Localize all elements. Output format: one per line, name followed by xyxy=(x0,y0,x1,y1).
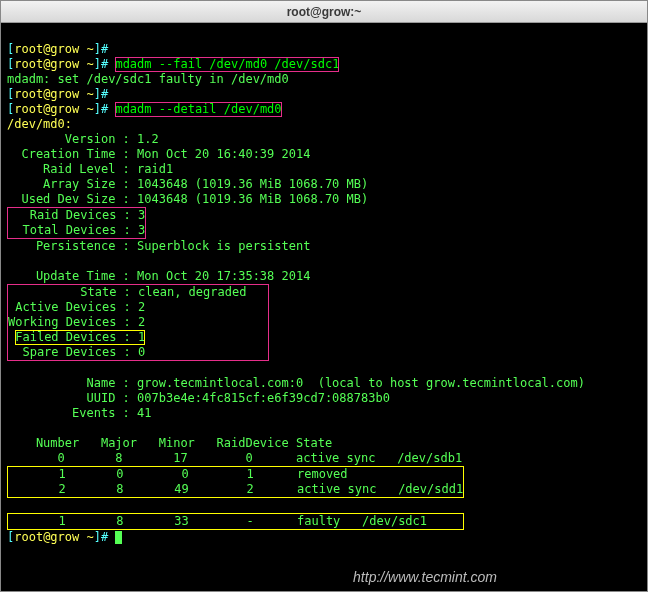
updatetime-line: Update Time : Mon Oct 20 17:35:38 2014 xyxy=(7,269,641,284)
ctime-line: Creation Time : Mon Oct 20 16:40:39 2014 xyxy=(7,147,641,162)
prompt-line: [root@grow ~]# xyxy=(7,87,641,102)
table-header: Number Major Minor RaidDevice State xyxy=(7,436,641,451)
table-row-removed: 1 0 0 1 removed xyxy=(8,467,463,482)
raiddevices-line: Raid Devices : 3 xyxy=(8,208,145,223)
table-row: 2 8 49 2 active sync /dev/sdd1 xyxy=(8,482,463,497)
maximize-button[interactable] xyxy=(627,4,643,20)
active-line: Active Devices : 2 xyxy=(8,300,268,315)
arraysize-line: Array Size : 1043648 (1019.36 MiB 1068.7… xyxy=(7,177,641,192)
terminal-window: root@grow:~ [root@grow ~]# [root@grow ~]… xyxy=(0,0,648,592)
prompt-cmd1: [root@grow ~]# mdadm --fail /dev/md0 /de… xyxy=(7,57,641,72)
working-line: Working Devices : 2 xyxy=(8,315,268,330)
totaldevices-line: Total Devices : 3 xyxy=(8,223,145,238)
highlight-cmd2: mdadm --detail /dev/md0 xyxy=(115,102,281,117)
usedsize-line: Used Dev Size : 1043648 (1019.36 MiB 106… xyxy=(7,192,641,207)
window-controls xyxy=(608,4,643,20)
highlight-cmd1: mdadm --fail /dev/md0 /dev/sdc1 xyxy=(115,57,339,72)
blank-line xyxy=(7,421,641,436)
table-row-faulty: 1 8 33 - faulty /dev/sdc1 xyxy=(8,514,463,529)
cursor xyxy=(115,531,122,544)
dev-line: /dev/md0: xyxy=(7,117,641,132)
version-line: Version : 1.2 xyxy=(7,132,641,147)
highlight-devices-box: Raid Devices : 3 Total Devices : 3 xyxy=(7,207,146,239)
highlight-rows-box: 1 0 0 1 removed 2 8 49 2 active sync /de… xyxy=(7,466,464,498)
name-line: Name : grow.tecmintlocal.com:0 (local to… xyxy=(7,376,641,391)
fail-output: mdadm: set /dev/sdc1 faulty in /dev/md0 xyxy=(7,72,641,87)
watermark: http://www.tecmint.com xyxy=(353,570,497,585)
raidlevel-line: Raid Level : raid1 xyxy=(7,162,641,177)
prompt-current: [root@grow ~]# xyxy=(7,530,641,545)
terminal-body[interactable]: [root@grow ~]# [root@grow ~]# mdadm --fa… xyxy=(1,23,647,591)
spare-line: Spare Devices : 0 xyxy=(8,345,268,360)
highlight-state-box: State : clean, degraded Active Devices :… xyxy=(7,284,269,361)
persistence-line: Persistence : Superblock is persistent xyxy=(7,239,641,254)
blank-line xyxy=(7,361,641,376)
highlight-failed: Failed Devices : 1 xyxy=(15,330,145,345)
events-line: Events : 41 xyxy=(7,406,641,421)
titlebar[interactable]: root@grow:~ xyxy=(1,1,647,23)
highlight-faulty-box: 1 8 33 - faulty /dev/sdc1 xyxy=(7,513,464,530)
window-title: root@grow:~ xyxy=(287,5,362,19)
failed-line: Failed Devices : 1 xyxy=(8,330,268,345)
prompt-line: [root@grow ~]# xyxy=(7,42,641,57)
minimize-button[interactable] xyxy=(608,4,624,20)
uuid-line: UUID : 007b3e4e:4fc815cf:e6f39cd7:088783… xyxy=(7,391,641,406)
table-row: 0 8 17 0 active sync /dev/sdb1 xyxy=(7,451,641,466)
state-line: State : clean, degraded xyxy=(8,285,268,300)
blank-line xyxy=(7,498,641,513)
prompt-cmd2: [root@grow ~]# mdadm --detail /dev/md0 xyxy=(7,102,641,117)
blank-line xyxy=(7,254,641,269)
